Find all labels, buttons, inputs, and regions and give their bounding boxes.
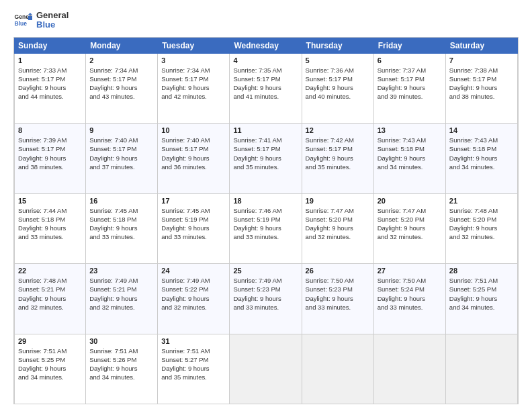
calendar-header: SundayMondayTuesdayWednesdayThursdayFrid… <box>14 38 518 54</box>
calendar-cell: 14Sunrise: 7:43 AM Sunset: 5:18 PM Dayli… <box>446 124 518 193</box>
calendar-cell: 8Sunrise: 7:39 AM Sunset: 5:17 PM Daylig… <box>14 124 86 193</box>
day-number: 20 <box>378 197 442 205</box>
logo: General Blue General Blue <box>13 11 69 30</box>
day-number: 4 <box>233 56 298 64</box>
calendar-body: 1Sunrise: 7:33 AM Sunset: 5:17 PM Daylig… <box>14 54 518 404</box>
day-info: Sunrise: 7:44 AM Sunset: 5:18 PM Dayligh… <box>18 206 82 242</box>
day-info: Sunrise: 7:47 AM Sunset: 5:20 PM Dayligh… <box>306 206 370 242</box>
day-number: 15 <box>18 197 82 205</box>
calendar-cell: 15Sunrise: 7:44 AM Sunset: 5:18 PM Dayli… <box>14 194 86 263</box>
day-info: Sunrise: 7:51 AM Sunset: 5:25 PM Dayligh… <box>18 347 82 382</box>
cal-header-day: Wednesday <box>230 38 302 54</box>
day-info: Sunrise: 7:51 AM Sunset: 5:25 PM Dayligh… <box>449 276 514 312</box>
day-number: 5 <box>306 56 370 64</box>
day-info: Sunrise: 7:49 AM Sunset: 5:23 PM Dayligh… <box>233 276 298 312</box>
calendar-cell: 17Sunrise: 7:45 AM Sunset: 5:19 PM Dayli… <box>158 194 230 263</box>
calendar-week: 1Sunrise: 7:33 AM Sunset: 5:17 PM Daylig… <box>14 54 518 124</box>
cal-header-day: Thursday <box>302 38 374 54</box>
calendar: SundayMondayTuesdayWednesdayThursdayFrid… <box>13 37 519 404</box>
day-number: 19 <box>306 197 370 205</box>
calendar-cell <box>302 334 374 404</box>
day-info: Sunrise: 7:38 AM Sunset: 5:17 PM Dayligh… <box>449 66 514 101</box>
day-number: 12 <box>306 126 370 134</box>
day-info: Sunrise: 7:45 AM Sunset: 5:18 PM Dayligh… <box>89 206 154 242</box>
day-info: Sunrise: 7:33 AM Sunset: 5:17 PM Dayligh… <box>18 66 82 101</box>
svg-marker-3 <box>28 16 32 20</box>
cal-header-day: Tuesday <box>158 38 230 54</box>
calendar-cell: 1Sunrise: 7:33 AM Sunset: 5:17 PM Daylig… <box>14 54 86 123</box>
day-number: 1 <box>18 56 82 64</box>
day-info: Sunrise: 7:42 AM Sunset: 5:17 PM Dayligh… <box>306 136 370 171</box>
calendar-cell: 26Sunrise: 7:50 AM Sunset: 5:23 PM Dayli… <box>302 264 374 333</box>
calendar-cell: 4Sunrise: 7:35 AM Sunset: 5:17 PM Daylig… <box>230 54 302 123</box>
logo-general: General <box>36 11 69 20</box>
calendar-week: 8Sunrise: 7:39 AM Sunset: 5:17 PM Daylig… <box>14 124 518 193</box>
day-number: 31 <box>161 337 226 345</box>
cal-header-day: Saturday <box>446 38 518 54</box>
day-info: Sunrise: 7:40 AM Sunset: 5:17 PM Dayligh… <box>89 136 154 171</box>
day-number: 18 <box>233 197 298 205</box>
calendar-cell: 9Sunrise: 7:40 AM Sunset: 5:17 PM Daylig… <box>86 124 158 193</box>
day-number: 9 <box>89 126 154 134</box>
day-info: Sunrise: 7:35 AM Sunset: 5:17 PM Dayligh… <box>233 66 298 101</box>
day-number: 17 <box>161 197 226 205</box>
svg-text:Blue: Blue <box>15 20 28 27</box>
page: General Blue General Blue SundayMondayTu… <box>0 0 532 411</box>
calendar-cell: 22Sunrise: 7:48 AM Sunset: 5:21 PM Dayli… <box>14 264 86 333</box>
cal-header-day: Sunday <box>14 38 86 54</box>
day-info: Sunrise: 7:43 AM Sunset: 5:18 PM Dayligh… <box>378 136 442 171</box>
day-info: Sunrise: 7:50 AM Sunset: 5:23 PM Dayligh… <box>306 276 370 312</box>
day-number: 28 <box>449 267 514 275</box>
day-number: 7 <box>449 56 514 64</box>
calendar-cell: 19Sunrise: 7:47 AM Sunset: 5:20 PM Dayli… <box>302 194 374 263</box>
day-info: Sunrise: 7:49 AM Sunset: 5:22 PM Dayligh… <box>161 276 226 312</box>
day-number: 11 <box>233 126 298 134</box>
day-number: 10 <box>161 126 226 134</box>
day-number: 27 <box>378 267 442 275</box>
day-info: Sunrise: 7:51 AM Sunset: 5:26 PM Dayligh… <box>89 347 154 382</box>
calendar-cell: 13Sunrise: 7:43 AM Sunset: 5:18 PM Dayli… <box>374 124 446 193</box>
day-number: 16 <box>89 197 154 205</box>
calendar-cell: 2Sunrise: 7:34 AM Sunset: 5:17 PM Daylig… <box>86 54 158 123</box>
calendar-cell: 29Sunrise: 7:51 AM Sunset: 5:25 PM Dayli… <box>14 334 86 404</box>
day-number: 21 <box>449 197 514 205</box>
day-info: Sunrise: 7:37 AM Sunset: 5:17 PM Dayligh… <box>378 66 442 101</box>
header: General Blue General Blue <box>13 11 519 30</box>
day-info: Sunrise: 7:41 AM Sunset: 5:17 PM Dayligh… <box>233 136 298 171</box>
calendar-week: 29Sunrise: 7:51 AM Sunset: 5:25 PM Dayli… <box>14 334 518 404</box>
day-info: Sunrise: 7:51 AM Sunset: 5:27 PM Dayligh… <box>161 347 226 382</box>
cal-header-day: Monday <box>86 38 158 54</box>
day-number: 22 <box>18 267 82 275</box>
calendar-cell <box>374 334 446 404</box>
calendar-cell: 12Sunrise: 7:42 AM Sunset: 5:17 PM Dayli… <box>302 124 374 193</box>
logo-icon: General Blue <box>13 11 32 30</box>
calendar-cell: 27Sunrise: 7:50 AM Sunset: 5:24 PM Dayli… <box>374 264 446 333</box>
day-number: 2 <box>89 56 154 64</box>
calendar-week: 22Sunrise: 7:48 AM Sunset: 5:21 PM Dayli… <box>14 264 518 334</box>
calendar-cell: 7Sunrise: 7:38 AM Sunset: 5:17 PM Daylig… <box>446 54 518 123</box>
day-info: Sunrise: 7:34 AM Sunset: 5:17 PM Dayligh… <box>89 66 154 101</box>
calendar-cell: 30Sunrise: 7:51 AM Sunset: 5:26 PM Dayli… <box>86 334 158 404</box>
cal-header-day: Friday <box>374 38 446 54</box>
day-number: 25 <box>233 267 298 275</box>
calendar-cell: 3Sunrise: 7:34 AM Sunset: 5:17 PM Daylig… <box>158 54 230 123</box>
logo-blue: Blue <box>36 20 69 30</box>
calendar-cell: 6Sunrise: 7:37 AM Sunset: 5:17 PM Daylig… <box>374 54 446 123</box>
day-number: 8 <box>18 126 82 134</box>
calendar-cell: 10Sunrise: 7:40 AM Sunset: 5:17 PM Dayli… <box>158 124 230 193</box>
day-info: Sunrise: 7:47 AM Sunset: 5:20 PM Dayligh… <box>378 206 442 242</box>
day-number: 13 <box>378 126 442 134</box>
calendar-cell <box>446 334 518 404</box>
day-number: 24 <box>161 267 226 275</box>
calendar-week: 15Sunrise: 7:44 AM Sunset: 5:18 PM Dayli… <box>14 194 518 264</box>
day-number: 26 <box>306 267 370 275</box>
day-number: 23 <box>89 267 154 275</box>
day-info: Sunrise: 7:39 AM Sunset: 5:17 PM Dayligh… <box>18 136 82 171</box>
calendar-cell: 21Sunrise: 7:48 AM Sunset: 5:20 PM Dayli… <box>446 194 518 263</box>
day-info: Sunrise: 7:49 AM Sunset: 5:21 PM Dayligh… <box>89 276 154 312</box>
calendar-outer: SundayMondayTuesdayWednesdayThursdayFrid… <box>13 37 519 404</box>
calendar-cell: 16Sunrise: 7:45 AM Sunset: 5:18 PM Dayli… <box>86 194 158 263</box>
day-number: 6 <box>378 56 442 64</box>
day-info: Sunrise: 7:40 AM Sunset: 5:17 PM Dayligh… <box>161 136 226 171</box>
day-number: 3 <box>161 56 226 64</box>
